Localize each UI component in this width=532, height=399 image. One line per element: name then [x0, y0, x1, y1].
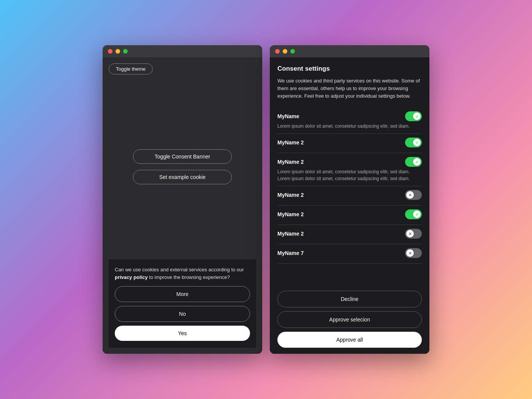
toggle-knob-5: ✕ — [406, 230, 414, 238]
consent-item-name-6: MyName 7 — [277, 250, 304, 256]
consent-items-list: MyName✓Lorem ipsum dolor sit amet, conse… — [277, 108, 422, 285]
right-traffic-light-red[interactable] — [275, 49, 280, 54]
toggle-switch-2[interactable]: ✓ — [405, 157, 422, 167]
consent-item-name-5: MyName 2 — [277, 231, 304, 237]
no-button[interactable]: No — [115, 306, 250, 322]
consent-footer: Decline Approve selecion Approve all — [277, 285, 422, 348]
toggle-knob-6: ✕ — [406, 249, 414, 257]
right-traffic-light-yellow[interactable] — [283, 49, 287, 54]
traffic-light-yellow[interactable] — [116, 49, 120, 54]
toggle-theme-button[interactable]: Toggle theme — [109, 63, 153, 74]
consent-item-1: MyName 2✓ — [277, 134, 422, 153]
toggle-switch-5[interactable]: ✕ — [405, 229, 422, 239]
right-window-body: Consent settings We use cookies and thir… — [270, 57, 429, 354]
toggle-switch-4[interactable]: ✓ — [405, 209, 422, 219]
cookie-text-after: to improve the browsing experience? — [148, 274, 230, 280]
toggle-knob-3: ✕ — [406, 191, 414, 199]
traffic-light-red[interactable] — [108, 49, 112, 54]
consent-item-header-5: MyName 2✕ — [277, 229, 422, 239]
toggle-wrap-6[interactable]: ✕ — [405, 248, 422, 258]
consent-item-header-3: MyName 2✕ — [277, 190, 422, 200]
consent-item-desc-2: Lorem ipsum dolor sit amet, consetetur s… — [277, 168, 422, 182]
consent-item-header-2: MyName 2✓ — [277, 157, 422, 167]
left-titlebar — [103, 45, 262, 57]
toggle-switch-0[interactable]: ✓ — [405, 111, 422, 121]
toggle-wrap-1[interactable]: ✓ — [405, 138, 422, 147]
consent-item-5: MyName 2✕ — [277, 225, 422, 244]
consent-item-name-4: MyName 2 — [277, 211, 304, 217]
toggle-switch-1[interactable]: ✓ — [405, 138, 422, 147]
consent-item-3: MyName 2✕ — [277, 186, 422, 206]
traffic-light-green[interactable] — [123, 49, 128, 54]
more-button[interactable]: More — [115, 286, 250, 302]
consent-item-0: MyName✓Lorem ipsum dolor sit amet, conse… — [277, 108, 422, 134]
cookie-banner: Can we use cookies and external services… — [109, 259, 256, 348]
consent-item-4: MyName 2✓ — [277, 206, 422, 225]
cookie-text-before: Can we use cookies and external services… — [115, 267, 244, 272]
privacy-policy-link[interactable]: privacy policy — [115, 274, 148, 280]
consent-item-name-3: MyName 2 — [277, 192, 304, 198]
consent-item-2: MyName 2✓Lorem ipsum dolor sit amet, con… — [277, 153, 422, 186]
toggle-switch-6[interactable]: ✕ — [405, 248, 422, 258]
banner-buttons: More No Yes — [115, 286, 250, 341]
consent-settings-description: We use cookies and third party services … — [277, 77, 422, 100]
toggle-switch-3[interactable]: ✕ — [405, 190, 422, 200]
left-window: Toggle theme Toggle Consent Banner Set e… — [103, 45, 262, 354]
decline-button[interactable]: Decline — [277, 291, 422, 307]
toggle-knob-4: ✓ — [413, 211, 421, 218]
consent-item-header-1: MyName 2✓ — [277, 138, 422, 147]
approve-all-button[interactable]: Approve all — [277, 332, 422, 348]
toggle-wrap-3[interactable]: ✕ — [405, 190, 422, 200]
yes-button[interactable]: Yes — [115, 326, 250, 341]
left-window-body: Toggle theme Toggle Consent Banner Set e… — [103, 57, 262, 354]
right-traffic-light-green[interactable] — [290, 49, 295, 54]
left-center-area: Toggle Consent Banner Set example cookie — [109, 74, 256, 259]
consent-item-name-1: MyName 2 — [277, 139, 304, 146]
consent-item-6: MyName 7✕ — [277, 244, 422, 264]
approve-selection-button[interactable]: Approve selecion — [277, 311, 422, 328]
set-example-cookie-button[interactable]: Set example cookie — [133, 170, 232, 184]
consent-item-header-4: MyName 2✓ — [277, 209, 422, 219]
toggle-wrap-2[interactable]: ✓ — [405, 157, 422, 167]
consent-item-name-0: MyName — [277, 113, 299, 119]
right-window: Consent settings We use cookies and thir… — [270, 45, 429, 354]
toggle-consent-banner-button[interactable]: Toggle Consent Banner — [133, 149, 232, 164]
toggle-wrap-0[interactable]: ✓ — [405, 111, 422, 121]
right-titlebar — [270, 45, 429, 57]
windows-container: Toggle theme Toggle Consent Banner Set e… — [103, 45, 429, 354]
consent-settings-title: Consent settings — [277, 65, 422, 73]
consent-item-header-0: MyName✓ — [277, 111, 422, 121]
toggle-knob-2: ✓ — [413, 158, 421, 166]
consent-item-desc-0: Lorem ipsum dolor sit amet, consetetur s… — [277, 123, 422, 130]
toggle-wrap-5[interactable]: ✕ — [405, 229, 422, 239]
toggle-knob-0: ✓ — [413, 112, 421, 120]
cookie-banner-text: Can we use cookies and external services… — [115, 266, 250, 281]
consent-item-header-6: MyName 7✕ — [277, 248, 422, 258]
toggle-wrap-4[interactable]: ✓ — [405, 209, 422, 219]
toggle-knob-1: ✓ — [413, 139, 421, 146]
consent-item-name-2: MyName 2 — [277, 159, 304, 165]
